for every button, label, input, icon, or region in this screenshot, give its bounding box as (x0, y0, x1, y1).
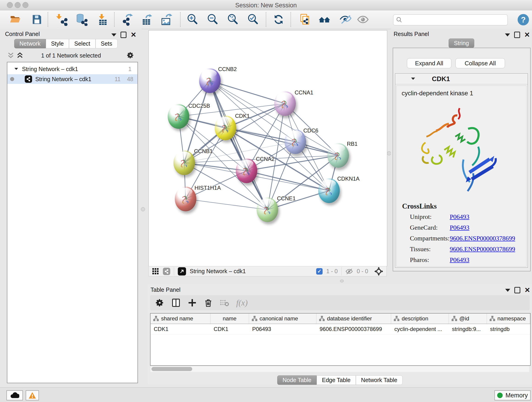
table-cell[interactable]: cyclin-dependent ... (391, 324, 449, 334)
network-node-CDKN1A[interactable] (318, 178, 340, 203)
table-row[interactable]: CDK1CDK1P064939606.ENSP00000378699cyclin… (151, 324, 530, 334)
column-header-namespace[interactable]: namespace (487, 313, 530, 324)
expand-all-networks-icon[interactable] (17, 52, 23, 59)
birds-eye-view-icon[interactable] (152, 268, 159, 275)
tab-network[interactable]: Network (14, 39, 46, 48)
string-style-icon[interactable] (163, 268, 170, 275)
refresh-icon[interactable] (272, 13, 285, 26)
hide-selected-icon[interactable] (339, 13, 351, 26)
panel-maximize-icon[interactable] (514, 287, 520, 293)
network-collection-row[interactable]: String Network – cdk1 1 (7, 64, 138, 74)
selected-nodes-checkbox-icon[interactable]: ✓ (316, 268, 323, 274)
panel-float-icon[interactable] (111, 33, 116, 36)
table-cell[interactable]: stringdb:9... (449, 324, 487, 334)
table-cell[interactable]: 9606.ENSP00000378699 (317, 324, 391, 334)
save-session-icon[interactable] (30, 13, 43, 26)
panel-maximize-icon[interactable] (120, 32, 127, 38)
crosslink-link[interactable]: P06493 (450, 224, 469, 231)
memory-button[interactable]: Memory (494, 390, 531, 400)
panel-maximize-icon[interactable] (514, 32, 520, 38)
panel-close-icon[interactable]: ✕ (525, 288, 530, 293)
network-canvas[interactable]: CCNB2 CCNA1 CDC25B CDK1 CDC6 RB1 CCNB1 C… (148, 30, 387, 266)
delete-column-trash-icon[interactable] (204, 298, 213, 307)
clone-network-icon[interactable] (298, 13, 311, 26)
column-header-database-identifier[interactable]: database identifier (317, 313, 391, 324)
column-header-canonical-name[interactable]: canonical name (249, 313, 317, 324)
column-header-name[interactable]: name (210, 313, 249, 324)
zoom-selected-icon[interactable] (247, 13, 259, 26)
table-cell[interactable]: P06493 (249, 324, 317, 334)
cloud-status-button[interactable] (6, 390, 23, 400)
import-network-from-database-icon[interactable] (75, 13, 88, 26)
table-cell[interactable]: stringdb (487, 324, 530, 334)
network-node-RB1[interactable] (327, 143, 349, 168)
export-network-icon[interactable] (121, 13, 134, 26)
gene-section-header[interactable]: CDK1 (395, 74, 528, 84)
tab-edge-table[interactable]: Edge Table (317, 375, 356, 385)
network-options-gear-icon[interactable] (127, 51, 134, 59)
right-splitter-handle[interactable] (387, 151, 391, 155)
table-cell[interactable]: CDK1 (210, 324, 249, 334)
network-node-CCNA1[interactable] (274, 91, 296, 116)
network-node-CDC25B[interactable] (168, 104, 189, 129)
collapse-all-networks-icon[interactable] (7, 52, 14, 59)
node-label-RB1: RB1 (347, 141, 358, 147)
crosslink-link[interactable]: P06493 (450, 213, 469, 220)
tab-select[interactable]: Select (69, 39, 95, 48)
panel-close-icon[interactable]: ✕ (131, 32, 136, 37)
search-field[interactable] (393, 14, 508, 26)
left-splitter-handle[interactable] (141, 207, 145, 211)
hidden-items-eye-icon[interactable] (345, 268, 353, 275)
tab-string[interactable]: String (449, 38, 474, 48)
expand-all-button[interactable]: Expand All (407, 58, 451, 68)
table-cell[interactable]: CDK1 (151, 324, 210, 334)
collapse-all-button[interactable]: Collapse All (456, 58, 505, 68)
warning-status-button[interactable] (26, 390, 39, 400)
table-options-gear-icon[interactable] (155, 298, 164, 307)
zoom-fit-icon[interactable] (226, 13, 239, 26)
network-node-HIST1H1A[interactable] (175, 186, 196, 211)
column-header--id[interactable]: @id (449, 313, 487, 324)
collection-expand-icon[interactable] (14, 66, 19, 71)
zoom-out-icon[interactable] (206, 13, 219, 26)
fit-content-crosshair-icon[interactable] (374, 267, 383, 276)
tab-sets[interactable]: Sets (95, 39, 118, 48)
network-node-CCNB1[interactable] (173, 150, 195, 175)
export-image-icon[interactable] (160, 13, 173, 26)
panel-float-icon[interactable] (505, 33, 510, 36)
section-collapse-icon[interactable] (410, 76, 416, 82)
open-in-new-window-icon[interactable] (178, 267, 186, 275)
network-node-CDC6[interactable] (285, 129, 306, 154)
panel-float-icon[interactable] (505, 289, 510, 292)
import-table-icon[interactable] (96, 13, 109, 26)
export-table-icon[interactable] (140, 13, 153, 26)
network-node-CDK1[interactable] (215, 115, 236, 140)
network-node-CCNA2[interactable] (236, 158, 257, 183)
crosslink-link[interactable]: 9606.ENSP00000378699 (450, 245, 515, 253)
import-network-icon[interactable] (55, 13, 68, 26)
tab-network-table[interactable]: Network Table (356, 375, 403, 385)
add-column-icon[interactable] (188, 298, 197, 307)
memory-label: Memory (505, 392, 528, 399)
tab-node-table[interactable]: Node Table (277, 375, 317, 385)
show-all-icon[interactable] (356, 13, 369, 26)
zoom-in-icon[interactable] (186, 13, 199, 26)
crosslink-link[interactable]: P06493 (450, 256, 469, 264)
tab-style[interactable]: Style (46, 39, 69, 48)
column-header-description[interactable]: description (391, 313, 449, 324)
column-header-shared-name[interactable]: shared name (151, 313, 210, 324)
table-horizontal-scrollbar[interactable] (151, 366, 529, 372)
crosslink-link[interactable]: 9606.ENSP00000378699 (450, 235, 515, 242)
first-neighbors-icon[interactable] (318, 13, 331, 26)
show-columns-icon[interactable] (171, 298, 181, 307)
network-row[interactable]: String Network – cdk1 11 48 (7, 74, 138, 84)
network-node-CCNE1[interactable] (257, 197, 278, 222)
panel-close-icon[interactable]: ✕ (524, 32, 530, 37)
scrollbar-thumb[interactable] (152, 367, 192, 371)
search-input[interactable] (405, 17, 507, 23)
open-session-icon[interactable] (9, 13, 22, 26)
node-label-CDC6: CDC6 (303, 128, 318, 134)
help-icon[interactable]: ? (517, 13, 530, 26)
network-node-CCNB2[interactable] (199, 68, 221, 93)
bottom-splitter-handle[interactable] (340, 280, 344, 282)
